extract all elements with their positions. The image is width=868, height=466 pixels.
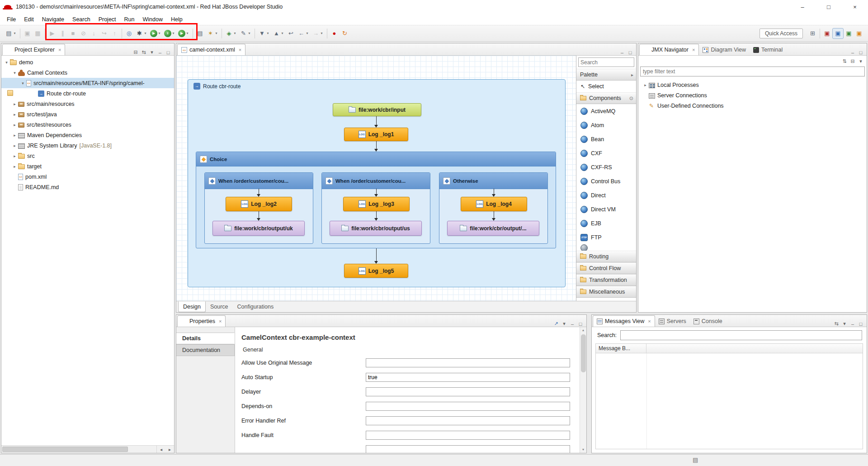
tree-item-route-cbr-route[interactable]: Route cbr-route bbox=[1, 88, 174, 99]
new-java-class-icon[interactable]: ◈▾ bbox=[224, 28, 238, 39]
palette-category-routing[interactable]: Routing bbox=[576, 251, 636, 262]
tree-item-src[interactable]: ▸ src bbox=[1, 151, 174, 161]
palette-item-control-bus[interactable]: Control Bus bbox=[576, 174, 636, 188]
minimize-view-icon[interactable]: – bbox=[568, 321, 576, 327]
expander-icon[interactable]: ▸ bbox=[642, 83, 649, 87]
tree-item-src-test-resources[interactable]: ▸ src/test/resources bbox=[1, 119, 174, 130]
minimize-view-icon[interactable]: – bbox=[849, 321, 857, 327]
tab-properties[interactable]: Properties × bbox=[177, 315, 226, 327]
expander-icon[interactable]: ▸ bbox=[11, 154, 18, 158]
handle-fault-input[interactable] bbox=[366, 431, 570, 440]
tab-camel-context-xml[interactable]: camel-context.xml × bbox=[177, 44, 245, 55]
file-input-node[interactable]: file:work/cbr/input bbox=[333, 103, 421, 116]
notification-tray-icon[interactable]: ▤ bbox=[693, 456, 698, 463]
palette-item-activemq[interactable]: ActiveMQ bbox=[576, 104, 636, 118]
palette-item-cxf[interactable]: CXF bbox=[576, 146, 636, 160]
quick-access[interactable]: Quick Access bbox=[760, 29, 803, 38]
skip-breakpoints-icon[interactable]: ◎ bbox=[124, 28, 134, 39]
collapse-all-icon[interactable]: ⊟ bbox=[132, 49, 140, 55]
step-return-icon[interactable]: ↑ bbox=[109, 28, 120, 39]
log3-node[interactable]: Log _log3 bbox=[343, 197, 410, 211]
tab-configurations[interactable]: Configurations bbox=[233, 301, 278, 312]
scrollbar-thumb[interactable] bbox=[581, 334, 586, 372]
tree-item-src-main-resources[interactable]: ▸ src/main/resources bbox=[1, 99, 174, 109]
project-tree[interactable]: ▾ demo ▾ Camel Contexts ▾ src/main/resou… bbox=[1, 56, 174, 445]
tab-project-explorer[interactable]: Project Explorer × bbox=[2, 44, 65, 55]
pin-to-selection-icon[interactable]: ↗ bbox=[552, 321, 560, 327]
maximize-view-icon[interactable]: □ bbox=[576, 321, 585, 327]
scroll-right-icon[interactable]: ▸ bbox=[165, 447, 174, 452]
log1-node[interactable]: Log _log1 bbox=[344, 128, 408, 141]
perspective-jboss-icon[interactable]: ▣ bbox=[822, 28, 832, 39]
messages-table[interactable]: Message B... bbox=[595, 343, 863, 449]
tab-jmx-navigator[interactable]: JMX Navigator × bbox=[639, 44, 699, 55]
clipped-field-input[interactable] bbox=[366, 445, 570, 453]
expander-icon[interactable]: ▸ bbox=[11, 112, 18, 117]
tab-design[interactable]: Design bbox=[178, 301, 206, 312]
log5-node[interactable]: Log _log5 bbox=[344, 264, 408, 278]
palette-header[interactable]: Palette ▸ bbox=[576, 69, 636, 81]
perspective-debug-icon[interactable]: ▣ bbox=[844, 28, 854, 39]
palette-flyout-icon[interactable]: ▸ bbox=[631, 72, 633, 77]
palette-item-partial[interactable] bbox=[576, 244, 636, 251]
file-output-other-node[interactable]: file:work/cbr/output/... bbox=[447, 221, 539, 236]
save-all-icon[interactable]: ▦ bbox=[33, 28, 43, 39]
tab-servers[interactable]: Servers bbox=[655, 316, 690, 327]
minimize-view-icon[interactable]: – bbox=[849, 50, 857, 55]
forward-icon[interactable]: →▾ bbox=[311, 28, 325, 39]
disconnect-icon[interactable]: ⊘ bbox=[78, 28, 89, 39]
palette-item-cxf-rs[interactable]: CXF-RS bbox=[576, 160, 636, 174]
minimize-view-icon[interactable]: – bbox=[618, 50, 626, 55]
pin-icon[interactable]: ⊙ bbox=[629, 95, 633, 101]
close-icon[interactable]: × bbox=[58, 47, 61, 52]
view-menu-icon[interactable]: ▾ bbox=[857, 58, 865, 64]
run-icon[interactable]: ▶▾ bbox=[149, 28, 163, 39]
diagram-canvas[interactable]: Route cbr-route Choice When /order/custo… bbox=[176, 56, 576, 301]
close-icon[interactable]: × bbox=[219, 319, 222, 324]
resume-icon[interactable]: ▶ bbox=[47, 28, 57, 39]
view-menu-icon[interactable]: ▾ bbox=[560, 321, 568, 327]
expander-icon[interactable]: ▸ bbox=[11, 143, 18, 148]
expander-icon[interactable]: ▸ bbox=[11, 102, 18, 106]
palette-item-ftp[interactable]: FTP bbox=[576, 230, 636, 244]
step-over-icon[interactable]: ↪ bbox=[99, 28, 109, 39]
minimize-view-icon[interactable]: – bbox=[156, 50, 164, 55]
expander-icon[interactable]: ▸ bbox=[11, 133, 18, 138]
tab-messages-view[interactable]: Messages View × bbox=[593, 315, 655, 327]
jboss-central-icon[interactable]: ● bbox=[329, 28, 340, 39]
palette-item-direct[interactable]: Direct bbox=[576, 188, 636, 202]
tab-terminal[interactable]: Terminal bbox=[750, 44, 786, 55]
jmx-tree[interactable]: ▸ Local Processes Server Connections Use… bbox=[638, 78, 867, 312]
palette-category-miscellaneous[interactable]: Miscellaneous bbox=[576, 286, 636, 298]
palette-item-atom[interactable]: Atom bbox=[576, 118, 636, 132]
new-wizard-icon[interactable]: ▤▾ bbox=[4, 28, 18, 39]
jmx-filter-input[interactable] bbox=[640, 67, 865, 76]
view-menu-icon[interactable]: ▾ bbox=[148, 49, 156, 55]
open-element-icon[interactable]: ▤ bbox=[195, 28, 205, 39]
log2-node[interactable]: Log _log2 bbox=[226, 197, 292, 211]
collapse-all-icon[interactable]: ⊟ bbox=[849, 58, 857, 64]
expander-icon[interactable]: ▾ bbox=[19, 81, 26, 86]
perspective-java-icon[interactable]: ▣ bbox=[854, 28, 864, 39]
allow-use-original-message-input[interactable] bbox=[366, 358, 570, 367]
last-edit-location-icon[interactable]: ↩ bbox=[286, 28, 296, 39]
close-icon[interactable]: × bbox=[239, 47, 241, 52]
palette-category-transformation[interactable]: Transformation bbox=[576, 274, 636, 286]
menu-file[interactable]: File bbox=[3, 14, 20, 25]
file-output-uk-node[interactable]: file:work/cbr/output/uk bbox=[212, 221, 305, 236]
maximize-view-icon[interactable]: □ bbox=[626, 50, 634, 55]
delayer-input[interactable] bbox=[366, 387, 570, 396]
palette-category-components[interactable]: Components ⊙ bbox=[576, 92, 636, 104]
menu-window[interactable]: Window bbox=[139, 14, 167, 25]
log4-node[interactable]: Log _log4 bbox=[461, 197, 527, 211]
tree-item-pom-xml[interactable]: pom.xml bbox=[1, 171, 174, 182]
jmx-item-local-processes[interactable]: ▸ Local Processes bbox=[640, 80, 867, 90]
tree-item-target[interactable]: ▸ target bbox=[1, 161, 174, 171]
prev-annotation-icon[interactable]: ▲▾ bbox=[271, 28, 286, 39]
link-icon[interactable]: ⇆ bbox=[832, 321, 840, 327]
palette-item-ejb[interactable]: EJB bbox=[576, 216, 636, 230]
tree-item-maven-dependencies[interactable]: ▸ Maven Dependencies bbox=[1, 130, 174, 140]
next-annotation-icon[interactable]: ▼▾ bbox=[257, 28, 271, 39]
scroll-left-icon[interactable]: ◂ bbox=[157, 447, 165, 452]
link-with-editor-icon[interactable]: ⇆ bbox=[140, 49, 148, 55]
